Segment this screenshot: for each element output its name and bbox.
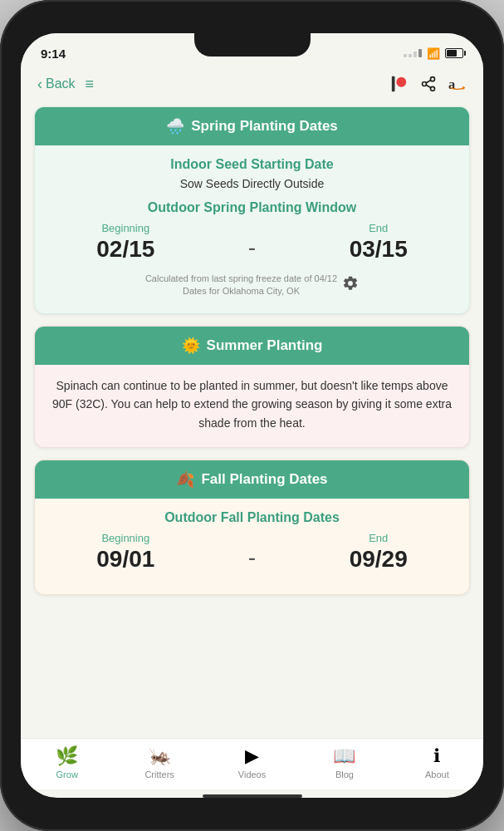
tab-critters[interactable]: 🦗Critters: [113, 745, 205, 779]
fall-outdoor-title: Outdoor Fall Planting Dates: [50, 510, 454, 525]
summer-card-body: Spinach can continue to be planted in su…: [35, 365, 469, 447]
tab-videos-icon: ▶: [245, 745, 259, 767]
fall-date-separator: -: [248, 544, 256, 573]
svg-rect-1: [392, 76, 395, 91]
svg-line-6: [426, 80, 431, 82]
spring-date-separator: -: [248, 234, 256, 263]
spring-end-date: 03/15: [350, 236, 408, 263]
svg-point-2: [431, 77, 435, 81]
spring-card-header: 🌧️ Spring Planting Dates: [35, 107, 469, 145]
spring-card: 🌧️ Spring Planting Dates Indoor Seed Sta…: [34, 106, 470, 314]
tab-bar: 🌿Grow🦗Critters▶Videos📖BlogℹAbout: [21, 738, 483, 789]
home-indicator: [203, 794, 302, 798]
spring-calc-note: Calculated from last spring freeze date …: [50, 273, 454, 298]
spring-beginning-date: 02/15: [96, 236, 154, 263]
nav-bar: ‹ Back ≡ a: [21, 70, 483, 98]
fall-beginning-label: Beginning: [101, 532, 149, 544]
summer-header-icon: 🌞: [182, 337, 200, 355]
fall-date-row: Beginning 09/01 - End 09/29: [50, 532, 454, 573]
wifi-icon: 📶: [427, 47, 440, 60]
spring-header-label: Spring Planting Dates: [191, 118, 338, 135]
tab-blog-icon: 📖: [333, 745, 355, 767]
back-button[interactable]: ‹ Back: [37, 76, 76, 91]
battery-icon: [445, 48, 463, 58]
svg-point-4: [431, 86, 435, 91]
notch: [194, 33, 311, 57]
fall-beginning-date: 09/01: [96, 546, 154, 573]
tab-videos-label: Videos: [238, 770, 266, 779]
sow-seeds-subtitle: Sow Seeds Directly Outside: [50, 177, 454, 190]
tab-videos[interactable]: ▶Videos: [206, 745, 298, 779]
status-time: 9:14: [41, 47, 66, 61]
tab-about-icon: ℹ: [433, 745, 440, 767]
gear-icon[interactable]: [342, 275, 359, 295]
summer-card-header: 🌞 Summer Planting: [35, 327, 469, 365]
phone-frame: 9:14 📶 ‹ Back ≡: [0, 0, 504, 831]
fall-card: 🍂 Fall Planting Dates Outdoor Fall Plant…: [34, 460, 470, 595]
status-icons: 📶: [404, 47, 463, 60]
chevron-left-icon: ‹: [37, 76, 42, 91]
svg-point-3: [423, 82, 427, 86]
fall-header-icon: 🍂: [176, 470, 194, 489]
spring-date-row: Beginning 02/15 - End 03/15: [50, 222, 454, 263]
battery-fill: [447, 50, 457, 57]
patreon-icon[interactable]: [390, 75, 409, 93]
scroll-area: 🌧️ Spring Planting Dates Indoor Seed Sta…: [21, 98, 483, 738]
summer-header-label: Summer Planting: [207, 337, 323, 354]
tab-grow-label: Grow: [56, 770, 78, 779]
phone-screen: 9:14 📶 ‹ Back ≡: [21, 33, 483, 798]
spring-end-col: End 03/15: [350, 222, 408, 263]
spring-beginning-col: Beginning 02/15: [96, 222, 154, 263]
amazon-icon[interactable]: a: [448, 75, 467, 93]
tab-critters-label: Critters: [144, 770, 174, 779]
fall-card-body: Outdoor Fall Planting Dates Beginning 09…: [35, 499, 469, 594]
fall-card-header: 🍂 Fall Planting Dates: [35, 460, 469, 499]
fall-beginning-col: Beginning 09/01: [96, 532, 154, 573]
fall-end-col: End 09/29: [350, 532, 408, 573]
svg-line-5: [426, 85, 431, 87]
spring-header-icon: 🌧️: [166, 117, 184, 135]
spring-beginning-label: Beginning: [101, 222, 149, 234]
menu-icon[interactable]: ≡: [86, 76, 95, 93]
tab-grow[interactable]: 🌿Grow: [21, 745, 113, 779]
summer-card: 🌞 Summer Planting Spinach can continue t…: [34, 326, 470, 448]
spring-end-label: End: [369, 222, 388, 234]
summer-body-text: Spinach can continue to be planted in su…: [50, 376, 454, 432]
fall-end-label: End: [369, 532, 388, 544]
svg-point-0: [396, 77, 406, 87]
signal-icon: [404, 49, 422, 57]
indoor-seed-title: Indoor Seed Starting Date: [50, 157, 454, 172]
back-label: Back: [46, 76, 76, 91]
tab-about-label: About: [425, 770, 449, 779]
nav-right-icons: a: [390, 75, 467, 93]
tab-critters-icon: 🦗: [149, 745, 171, 767]
fall-header-label: Fall Planting Dates: [201, 471, 327, 488]
fall-end-date: 09/29: [350, 546, 408, 573]
share-icon[interactable]: [420, 75, 437, 93]
tab-about[interactable]: ℹAbout: [391, 745, 483, 779]
tab-blog[interactable]: 📖Blog: [298, 745, 390, 779]
outdoor-spring-title: Outdoor Spring Planting Window: [50, 200, 454, 215]
tab-blog-label: Blog: [335, 770, 354, 779]
tab-grow-icon: 🌿: [56, 745, 78, 767]
spring-card-body: Indoor Seed Starting Date Sow Seeds Dire…: [35, 145, 469, 313]
